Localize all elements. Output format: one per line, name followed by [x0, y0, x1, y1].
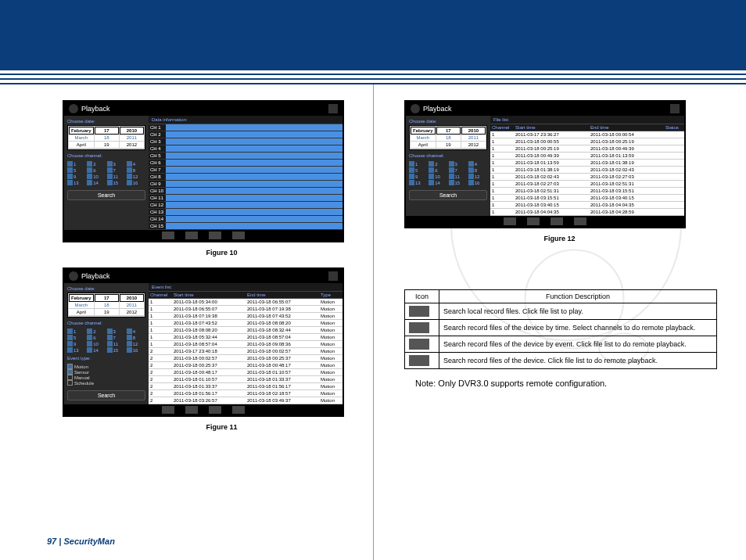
list-item[interactable]: 22011-03-18 01:56:172011-03-18 02:18:57M… — [149, 390, 343, 397]
channel-checkbox[interactable]: 15 — [107, 180, 126, 185]
date-spinner[interactable]: February March April 17 18 19 2010 2011 — [409, 125, 487, 150]
expand-icon[interactable] — [670, 104, 680, 113]
channel-checkbox[interactable]: 11 — [107, 341, 126, 346]
footer-icon[interactable] — [232, 406, 245, 414]
search-button[interactable]: Search — [67, 190, 145, 200]
channel-checkbox[interactable]: 11 — [107, 174, 126, 179]
list-item[interactable]: 12011-03-18 03:15:512011-03-18 03:40:15 — [490, 195, 684, 202]
list-item[interactable]: 12011-03-18 03:40:152011-03-18 04:04:35 — [490, 202, 684, 209]
list-item[interactable]: 22011-03-18 00:48:172011-03-18 01:10:57M… — [149, 369, 343, 376]
date-spinner[interactable]: February March April 17 18 19 2010 2011 — [67, 125, 145, 150]
footer-icon[interactable] — [574, 217, 586, 225]
list-item[interactable]: 12011-03-18 00:00:552011-03-18 00:25:19 — [490, 138, 684, 145]
channel-checkbox[interactable]: 7 — [107, 167, 126, 173]
channel-checkbox[interactable]: 10 — [429, 174, 447, 179]
date-spinner[interactable]: February March April 17 18 19 2010 2011 — [67, 293, 145, 318]
footer-icon[interactable] — [527, 217, 540, 225]
list-item[interactable]: 12011-03-17 23:36:272011-03-18 00:00:54 — [490, 131, 684, 138]
event-type-item[interactable]: Motion — [67, 364, 145, 369]
channel-checkbox[interactable]: 1 — [409, 161, 428, 167]
search-button[interactable]: Search — [67, 390, 145, 400]
channel-checkbox[interactable]: 13 — [67, 180, 86, 185]
list-item[interactable]: 22011-03-18 01:10:572011-03-18 01:33:37M… — [149, 376, 343, 383]
channel-checkbox[interactable]: 15 — [449, 180, 468, 185]
channel-checkbox[interactable]: 5 — [409, 167, 428, 173]
channel-checkbox[interactable]: 14 — [87, 180, 106, 185]
list-item[interactable]: 12011-03-18 08:57:042011-03-18 09:08:36M… — [149, 341, 343, 348]
event-type-item[interactable]: Manual — [67, 375, 145, 380]
channel-checkbox[interactable]: 9 — [67, 174, 86, 179]
channel-checkbox[interactable]: 12 — [127, 174, 145, 179]
footer-icon[interactable] — [551, 217, 563, 225]
event-type-item[interactable]: Schedule — [67, 380, 145, 386]
channel-checkbox[interactable]: 3 — [107, 328, 126, 334]
channel-checkbox[interactable]: 9 — [409, 174, 428, 179]
channel-checkbox[interactable]: 10 — [87, 341, 106, 346]
event-type-item[interactable]: Sensor — [67, 369, 145, 375]
list-item[interactable]: 12011-03-18 04:04:352011-03-18 04:28:59 — [490, 209, 684, 216]
channel-checkbox[interactable]: 13 — [67, 347, 86, 353]
channel-checkbox[interactable]: 8 — [127, 335, 145, 340]
list-item[interactable]: 12011-03-18 05:32:442011-03-18 08:57:04M… — [149, 334, 343, 341]
expand-icon[interactable] — [328, 104, 338, 113]
list-item[interactable]: 12011-03-18 00:25:192011-03-18 00:49:39 — [490, 145, 684, 153]
footer-icon[interactable] — [209, 232, 221, 239]
channel-checkbox[interactable]: 3 — [449, 161, 468, 167]
list-item[interactable]: 12011-03-18 06:55:072011-03-18 07:19:38M… — [149, 306, 343, 313]
channel-checkbox[interactable]: 6 — [429, 167, 447, 173]
channel-checkbox[interactable]: 1 — [67, 161, 86, 167]
channel-checkbox[interactable]: 6 — [87, 167, 106, 173]
expand-icon[interactable] — [328, 271, 338, 281]
channel-checkbox[interactable]: 10 — [87, 174, 106, 179]
channel-checkbox[interactable]: 9 — [67, 341, 86, 346]
channel-checkbox[interactable]: 12 — [127, 341, 145, 346]
channel-checkbox[interactable]: 4 — [127, 161, 145, 167]
channel-checkbox[interactable]: 1 — [67, 328, 86, 334]
footer-icon[interactable] — [232, 232, 245, 239]
channel-checkbox[interactable]: 12 — [468, 174, 487, 179]
list-item[interactable]: 12011-03-18 00:49:392011-03-18 01:13:59 — [490, 153, 684, 160]
list-item[interactable]: 22011-03-18 00:02:572011-03-18 00:25:37M… — [149, 355, 343, 362]
list-item[interactable]: 12011-03-18 02:02:432011-03-18 02:27:03 — [490, 174, 684, 181]
channel-checkbox[interactable]: 11 — [449, 174, 468, 179]
channel-checkbox[interactable]: 3 — [107, 161, 126, 167]
channel-checkbox[interactable]: 5 — [67, 335, 86, 340]
footer-icon[interactable] — [162, 232, 174, 239]
channel-checkbox[interactable]: 14 — [87, 347, 106, 353]
list-item[interactable]: 12011-03-18 07:43:522011-03-18 08:08:20M… — [149, 320, 343, 327]
list-item[interactable]: 22011-03-18 03:26:572011-03-18 03:49:37M… — [149, 397, 343, 404]
channel-checkbox[interactable]: 5 — [67, 167, 86, 173]
list-item[interactable]: 12011-03-18 01:38:192011-03-18 02:02:43 — [490, 167, 684, 174]
channel-checkbox[interactable]: 7 — [107, 335, 126, 340]
channel-checkbox[interactable]: 2 — [87, 328, 106, 334]
list-item[interactable]: 12011-03-18 01:13:592011-03-18 01:38:19 — [490, 160, 684, 167]
list-item[interactable]: 12011-03-18 02:27:032011-03-18 02:51:31 — [490, 181, 684, 188]
channel-checkbox[interactable]: 8 — [127, 167, 145, 173]
list-item[interactable]: 12011-03-18 02:51:312011-03-18 03:15:51 — [490, 188, 684, 195]
list-item[interactable]: 22011-03-17 23:40:182011-03-18 00:02:57M… — [149, 348, 343, 355]
list-item[interactable]: 22011-03-18 00:25:372011-03-18 00:48:17M… — [149, 362, 343, 369]
channel-checkbox[interactable]: 16 — [127, 180, 145, 185]
footer-icon[interactable] — [162, 406, 174, 414]
list-item[interactable]: 12011-03-18 05:34:002011-03-18 06:55:07M… — [149, 299, 343, 306]
channel-checkbox[interactable]: 8 — [468, 167, 487, 173]
channel-checkbox[interactable]: 4 — [468, 161, 487, 167]
footer-icon[interactable] — [504, 217, 516, 225]
search-button[interactable]: Search — [409, 190, 487, 200]
channel-checkbox[interactable]: 13 — [409, 180, 428, 185]
channel-checkbox[interactable]: 15 — [107, 347, 126, 353]
footer-icon[interactable] — [185, 232, 198, 239]
footer-icon[interactable] — [209, 406, 221, 414]
channel-checkbox[interactable]: 7 — [449, 167, 468, 173]
list-item[interactable]: 12011-03-18 07:19:382011-03-18 07:43:52M… — [149, 313, 343, 320]
channel-checkbox[interactable]: 2 — [429, 161, 447, 167]
channel-checkbox[interactable]: 16 — [127, 347, 145, 353]
channel-checkbox[interactable]: 16 — [468, 180, 487, 185]
channel-checkbox[interactable]: 6 — [87, 335, 106, 340]
channel-checkbox[interactable]: 4 — [127, 328, 145, 334]
list-item[interactable]: 12011-03-18 08:08:202011-03-18 08:32:44M… — [149, 327, 343, 334]
list-item[interactable]: 22011-03-18 01:33:372011-03-18 01:56:17M… — [149, 383, 343, 390]
channel-checkbox[interactable]: 14 — [429, 180, 447, 185]
footer-icon[interactable] — [185, 406, 198, 414]
channel-checkbox[interactable]: 2 — [87, 161, 106, 167]
